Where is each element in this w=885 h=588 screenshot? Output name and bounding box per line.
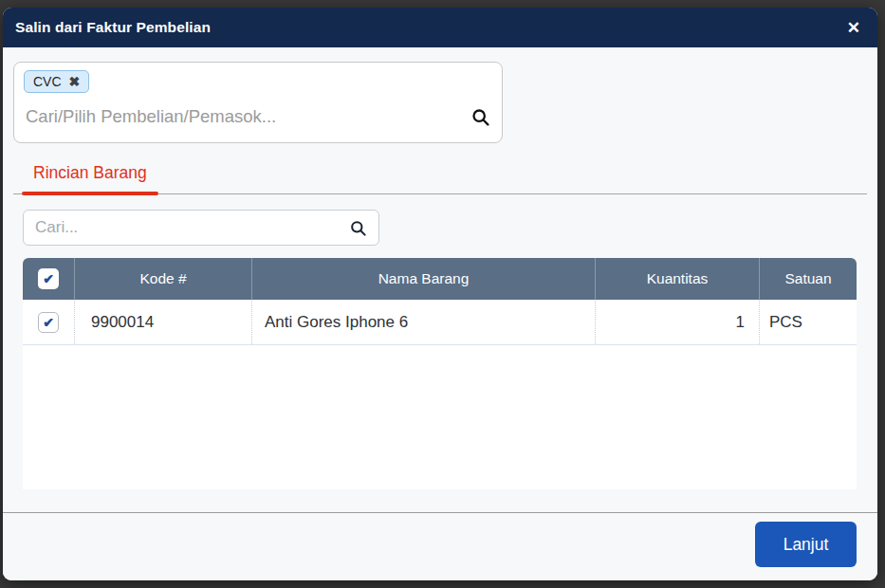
row-cell-select: ✔ [23, 300, 74, 344]
table-empty-area [23, 345, 857, 489]
header-cell-satuan: Satuan [759, 258, 857, 300]
row-cell-kuantitas: 1 [595, 300, 759, 344]
dialog-header: Salin dari Faktur Pembelian ✕ [3, 8, 877, 47]
header-cell-select-all: ✔ [23, 258, 74, 300]
rincian-barang-pane: ✔ Kode # Nama Barang Kuantitas Satuan ✔ … [13, 210, 867, 489]
header-cell-nama-barang: Nama Barang [251, 258, 595, 300]
select-all-checkbox[interactable]: ✔ [38, 268, 59, 289]
tab-rincian-barang[interactable]: Rincian Barang [22, 156, 158, 193]
dialog-footer: Lanjut [3, 512, 877, 580]
selected-supplier-tag: CVC ✖ [24, 70, 89, 93]
item-search-input[interactable] [35, 218, 349, 237]
search-icon [349, 219, 367, 237]
supplier-search-row [24, 99, 492, 135]
tab-bar: Rincian Barang [13, 156, 867, 194]
purchase-supplier-select[interactable]: CVC ✖ [13, 62, 503, 143]
supplier-search-input[interactable] [26, 106, 470, 127]
header-cell-kuantitas: Kuantitas [595, 258, 759, 300]
dialog-body: CVC ✖ Rincian Barang [3, 47, 877, 512]
copy-from-purchase-invoice-dialog: Salin dari Faktur Pembelian ✕ CVC ✖ Rinc… [3, 8, 877, 580]
tag-label: CVC [33, 74, 62, 89]
continue-button[interactable]: Lanjut [755, 522, 857, 567]
item-search-box [23, 210, 379, 246]
row-cell-nama-barang: Anti Gores Iphone 6 [251, 300, 595, 344]
table-row[interactable]: ✔ 9900014 Anti Gores Iphone 6 1 PCS [23, 300, 857, 345]
header-cell-kode: Kode # [74, 258, 251, 300]
items-table: ✔ Kode # Nama Barang Kuantitas Satuan ✔ … [23, 258, 857, 489]
items-table-header: ✔ Kode # Nama Barang Kuantitas Satuan [23, 258, 857, 300]
row-cell-satuan: PCS [759, 300, 857, 344]
dialog-title: Salin dari Faktur Pembelian [15, 19, 211, 36]
remove-tag-icon[interactable]: ✖ [69, 75, 81, 88]
row-cell-kode: 9900014 [74, 300, 251, 344]
search-icon [470, 107, 490, 127]
row-checkbox[interactable]: ✔ [38, 312, 59, 333]
close-icon[interactable]: ✕ [847, 20, 860, 36]
